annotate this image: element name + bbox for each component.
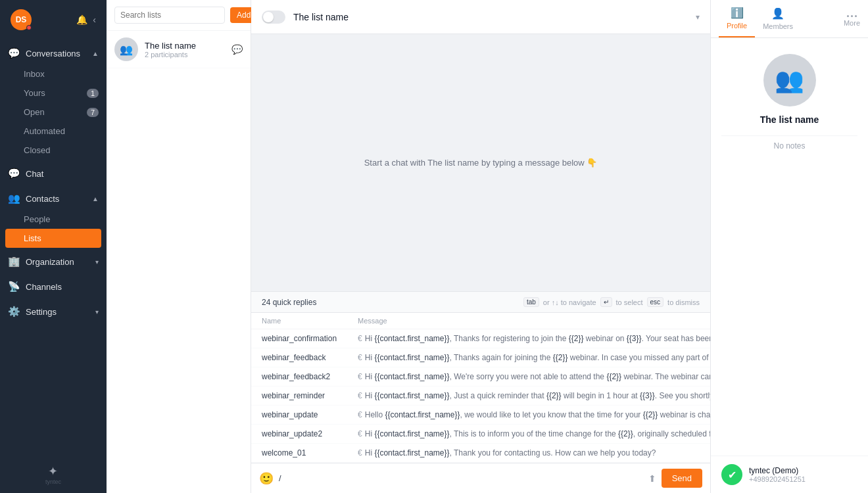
toggle-knob — [263, 12, 274, 22]
header-chevron-icon[interactable]: ▾ — [696, 12, 700, 22]
quick-replies-shortcuts: tab or ↑↓ to navigate ↵ to select esc to… — [523, 297, 700, 307]
qr-message: €Hi {{contact.first_name}}, Thank you fo… — [347, 444, 754, 463]
select-text: to select — [616, 298, 643, 306]
conversations-section: 💬 Conversations ▲ Inbox Yours 1 Open 7 A… — [0, 42, 107, 160]
conversations-icon: 💬 — [8, 47, 20, 59]
sidebar-item-lists[interactable]: Lists — [5, 229, 101, 248]
tyntec-demo-icon: ✔ — [721, 464, 742, 485]
qr-name: welcome_01 — [251, 444, 347, 463]
sidebar-item-inbox[interactable]: Inbox — [0, 64, 107, 83]
contacts-header[interactable]: 👥 Contacts ▲ — [0, 187, 107, 210]
sidebar: DS 🔔 ‹ 💬 Conversations ▲ Inbox Yours 1 O… — [0, 0, 107, 493]
list-name: The list name — [145, 41, 225, 51]
currency-symbol: € — [358, 448, 362, 458]
yours-badge: 1 — [87, 89, 99, 98]
qr-name: webinar_reminder — [251, 387, 347, 406]
list-item[interactable]: 👥 The list name 2 participants 💬 — [107, 31, 251, 68]
quick-replies-panel: 24 quick replies tab or ↑↓ to navigate ↵… — [251, 291, 710, 463]
sidebar-icon-group: 🔔 ‹ — [76, 14, 96, 25]
profile-divider — [721, 135, 857, 136]
chat-header: The list name ▾ — [251, 0, 710, 34]
message-input[interactable] — [279, 473, 643, 483]
search-input[interactable] — [114, 7, 225, 24]
chat-header[interactable]: 💬 Chat — [0, 162, 107, 185]
send-button[interactable]: Send — [662, 469, 702, 488]
table-row[interactable]: webinar_confirmation €Hi {{contact.first… — [251, 329, 754, 348]
collapse-icon[interactable]: ‹ — [93, 14, 96, 25]
sidebar-item-automated[interactable]: Automated — [0, 122, 107, 141]
chat-empty-state: Start a chat with The list name by typin… — [364, 158, 598, 168]
channels-section: 📡 Channels — [0, 275, 107, 298]
tab-profile[interactable]: ℹ️ Profile — [719, 0, 755, 37]
status-dot — [26, 25, 32, 30]
qr-message: €Hi {{contact.first_name}}, Thanks again… — [347, 348, 754, 367]
members-icon: 👤 — [771, 7, 784, 20]
qr-message: €Hi {{contact.first_name}}, Thanks for r… — [347, 329, 754, 348]
organization-icon: 🏢 — [8, 256, 20, 268]
settings-icon: ⚙️ — [8, 306, 20, 317]
main-chat-area: The list name ▾ Start a chat with The li… — [251, 0, 710, 493]
list-participants: 2 participants — [145, 51, 225, 59]
quick-replies-header: 24 quick replies tab or ↑↓ to navigate ↵… — [251, 292, 710, 313]
input-area: 🙂 ⬆ Send — [251, 463, 710, 493]
contacts-section: 👥 Contacts ▲ People Lists — [0, 187, 107, 248]
currency-symbol: € — [358, 372, 362, 381]
enter-key: ↵ — [600, 297, 612, 307]
channels-header[interactable]: 📡 Channels — [0, 275, 107, 298]
organization-header[interactable]: 🏢 Organization ▾ — [0, 250, 107, 273]
table-row[interactable]: webinar_feedback2 €Hi {{contact.first_na… — [251, 367, 754, 387]
sidebar-item-yours[interactable]: Yours 1 — [0, 83, 107, 103]
qr-message: €Hello {{contact.first_name}}, we would … — [347, 406, 754, 425]
currency-symbol: € — [358, 391, 362, 400]
right-tabs: ℹ️ Profile 👤 Members More — [711, 0, 868, 38]
quick-replies-title: 24 quick replies — [262, 298, 316, 307]
settings-header[interactable]: ⚙️ Settings ▾ — [0, 300, 107, 323]
table-row[interactable]: webinar_reminder €Hi {{contact.first_nam… — [251, 387, 754, 406]
profile-icon: ℹ️ — [731, 7, 744, 19]
channels-icon: 📡 — [8, 281, 20, 293]
sidebar-item-open[interactable]: Open 7 — [0, 103, 107, 122]
user-avatar: DS — [11, 9, 32, 30]
tab-key: tab — [523, 297, 539, 307]
qr-name: webinar_update2 — [251, 425, 347, 444]
notification-icon[interactable]: 🔔 — [76, 14, 87, 25]
currency-symbol: € — [358, 334, 362, 343]
tyntec-logo: ✦ tyntec — [45, 464, 61, 485]
tyntec-demo-name: tyntec (Demo) — [749, 466, 857, 475]
dismiss-text: to dismiss — [667, 298, 700, 306]
conversations-header[interactable]: 💬 Conversations ▲ — [0, 42, 107, 64]
chat-empty-text: Start a chat with The list name by typin… — [364, 158, 598, 168]
emoji-button[interactable]: 🙂 — [259, 471, 274, 486]
contacts-chevron: ▲ — [92, 195, 99, 202]
table-row[interactable]: webinar_update2 €Hi {{contact.first_name… — [251, 425, 754, 444]
chat-section: 💬 Chat — [0, 162, 107, 185]
chat-title: The list name — [293, 12, 688, 22]
sidebar-item-people[interactable]: People — [0, 210, 107, 229]
settings-section: ⚙️ Settings ▾ — [0, 300, 107, 323]
whatsapp-icon: 💬 — [231, 44, 243, 55]
chat-icon: 💬 — [8, 168, 20, 179]
toggle-switch[interactable] — [262, 11, 285, 24]
table-row[interactable]: webinar_update €Hello {{contact.first_na… — [251, 406, 754, 425]
qr-name: webinar_update — [251, 406, 347, 425]
open-badge: 7 — [87, 108, 99, 117]
list-avatar: 👥 — [114, 37, 138, 61]
currency-symbol: € — [358, 429, 362, 438]
profile-notes: No notes — [773, 141, 805, 151]
esc-key: esc — [647, 297, 664, 307]
conversations-chevron: ▲ — [92, 50, 99, 57]
settings-chevron: ▾ — [95, 308, 99, 316]
qr-name: webinar_feedback2 — [251, 367, 347, 387]
table-row[interactable]: welcome_01 €Hi {{contact.first_name}}, T… — [251, 444, 754, 463]
sidebar-item-closed[interactable]: Closed — [0, 141, 107, 160]
tab-members[interactable]: 👤 Members — [755, 1, 801, 37]
sidebar-bottom: ✦ tyntec — [0, 456, 107, 493]
more-button[interactable]: More — [844, 11, 860, 27]
table-row[interactable]: webinar_feedback €Hi {{contact.first_nam… — [251, 348, 754, 367]
contacts-icon: 👥 — [8, 193, 20, 204]
qr-name: webinar_feedback — [251, 348, 347, 367]
right-bottom: ✔ tyntec (Demo) +4989202451251 — [711, 456, 868, 493]
attachment-icon[interactable]: ⬆ — [648, 473, 656, 484]
organization-section: 🏢 Organization ▾ — [0, 250, 107, 273]
profile-name: The list name — [760, 114, 819, 125]
